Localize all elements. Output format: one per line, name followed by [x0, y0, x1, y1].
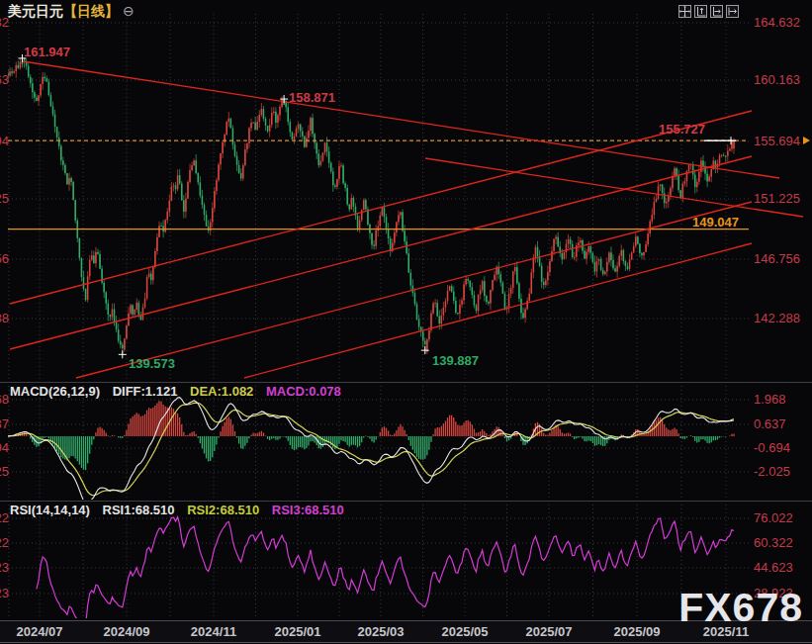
chart-toolbar	[678, 5, 739, 18]
price-axis-label-left-clipped: 160.163	[0, 72, 9, 87]
price-axis-label: 155.694	[754, 134, 800, 148]
macd-indicator-labels: MACD(26,12,9) DIFF:1.121 DEA:1.082 MACD:…	[10, 384, 350, 399]
collapse-icon[interactable]: ⊖	[123, 3, 135, 19]
price-axis-label-left-clipped: 142.288	[0, 311, 9, 325]
x-axis-label: 2024/07	[5, 624, 74, 639]
macd-axis-label-left-clipped: -2.025	[0, 464, 9, 479]
price-axis-label-left-clipped: 146.756	[0, 251, 9, 266]
macd-axis-label: -0.694	[754, 440, 790, 455]
trendlines-layer	[10, 61, 803, 378]
macd-axis-label-left-clipped: -0.694	[0, 440, 9, 455]
rsi-axis-label: 76.022	[754, 510, 793, 525]
price-annotation: 155.727	[659, 122, 705, 137]
price-axis-label-left-clipped: 155.694	[0, 134, 9, 148]
x-axis-label: 2025/07	[514, 624, 584, 639]
y-axis-zoom-icon	[695, 6, 706, 17]
pan-crosshair-button[interactable]	[678, 5, 691, 18]
price-annotation: 158.871	[289, 90, 335, 105]
scroll-right-icon	[727, 6, 738, 17]
macd-axis-label: 1.968	[754, 392, 786, 407]
macd-layer	[8, 398, 734, 506]
x-axis-zoom-icon	[711, 6, 722, 17]
gridlines	[8, 14, 749, 619]
x-axis-scale-button[interactable]	[710, 5, 723, 18]
rsi-layer	[37, 516, 734, 625]
y-axis-scale-button[interactable]	[694, 5, 707, 18]
x-axis-label: 2025/09	[602, 624, 672, 639]
macd-axis-label-left-clipped: 1.968	[0, 392, 9, 407]
x-axis-label: 2024/09	[92, 624, 161, 639]
timeframe-label: 【日线】	[63, 3, 119, 19]
rsi1-value: RSI1:68.510	[103, 503, 175, 517]
macd-params-label: MACD(26,12,9)	[10, 384, 100, 399]
rsi-indicator-labels: RSI(14,14,14) RSI1:68.510 RSI2:68.510 RS…	[10, 503, 353, 517]
macd-hist-value: MACD:0.078	[266, 384, 341, 399]
scroll-right-button[interactable]	[726, 5, 739, 18]
rsi-axis-label-left-clipped: 76.022	[0, 510, 9, 525]
macd-axis-label: -2.025	[754, 464, 790, 479]
price-annotation: 139.887	[432, 353, 479, 368]
rsi3-value: RSI3:68.510	[272, 503, 344, 517]
crosshair-icon	[679, 6, 690, 17]
extreme-markers	[18, 54, 736, 358]
price-axis-label: 146.756	[754, 251, 800, 266]
chart-canvas[interactable]	[0, 0, 812, 644]
candles-layer	[7, 58, 735, 354]
symbol-name: 美元日元	[8, 3, 63, 19]
chart-titlebar: 美元日元【日线】⊖	[8, 3, 135, 21]
macd-axis-label: 0.637	[754, 416, 786, 431]
price-axis-label: 164.632	[754, 15, 800, 30]
rsi-axis-label: 44.623	[754, 560, 793, 575]
x-axis-label: 2025/01	[263, 624, 332, 639]
rsi-axis-label-left-clipped: 28.923	[0, 586, 9, 600]
macd-dea-value: DEA:1.082	[190, 384, 253, 399]
price-annotation: 139.573	[129, 356, 175, 371]
pane-separator-main-macd	[0, 382, 812, 383]
x-axis-label: 2024/11	[179, 624, 248, 639]
price-axis-label: 142.288	[754, 311, 800, 325]
rsi-axis-label-left-clipped: 44.623	[0, 560, 9, 575]
trading-chart-window: 美元日元【日线】⊖	[0, 0, 812, 644]
rsi-axis-label-left-clipped: 60.322	[0, 535, 9, 550]
price-annotation: 161.947	[24, 45, 70, 59]
x-axis-label: 2025/05	[430, 624, 499, 639]
price-annotation: 149.047	[692, 215, 739, 230]
watermark-logo: FX678	[678, 588, 803, 628]
price-axis-label-left-clipped: 151.225	[0, 191, 9, 206]
price-axis-label: 151.225	[754, 191, 800, 206]
macd-diff-value: DIFF:1.121	[113, 384, 178, 399]
x-axis-label: 2025/03	[346, 624, 415, 639]
rsi-params-label: RSI(14,14,14)	[10, 503, 90, 517]
macd-axis-label-left-clipped: 0.637	[0, 416, 9, 431]
pane-separator-macd-rsi	[0, 501, 812, 502]
current-price-arrow-icon	[803, 137, 810, 144]
price-axis-label: 160.163	[754, 72, 800, 87]
rsi2-value: RSI2:68.510	[187, 503, 259, 517]
rsi-axis-label: 60.322	[754, 535, 793, 550]
